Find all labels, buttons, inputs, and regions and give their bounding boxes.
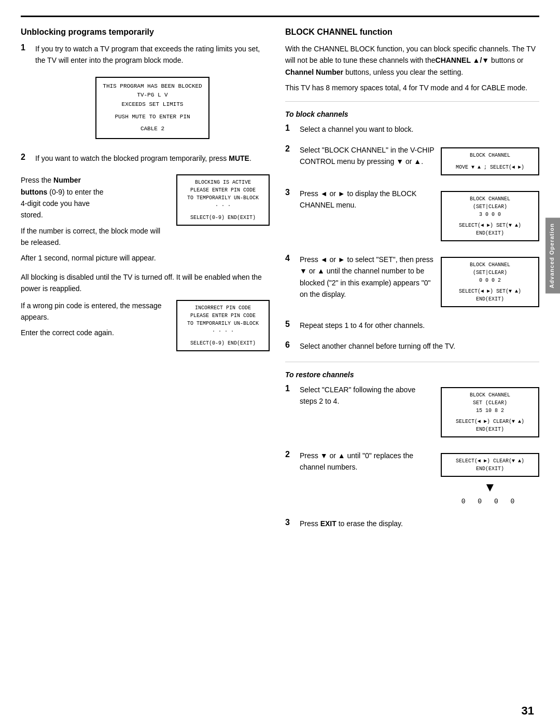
left-step-2: 2 If you want to watch the blocked progr…	[21, 153, 270, 166]
wrong-line6: SELECT(0-9) END(EXIT)	[183, 339, 263, 347]
step-2-number: 2	[21, 153, 29, 166]
top-border	[21, 16, 539, 17]
number-bold: Number	[53, 176, 81, 184]
block-step-5-text: Repeat steps 1 to 4 for other channels.	[300, 320, 539, 331]
step-1-body: If you try to watch a TV program that ex…	[35, 43, 270, 144]
block-step-4-screen: BLOCK CHANNEL (SET|CLEAR) 0 0 0 2 SELECT…	[441, 254, 539, 310]
left-column: Unblocking programs temporarily 1 If you…	[21, 28, 270, 539]
block-step-2-num: 2	[285, 144, 293, 154]
to-restore-heading: To restore channels	[285, 370, 539, 379]
block-step-4-num: 4	[285, 254, 293, 263]
left-step-1: 1 If you try to watch a TV program that …	[21, 43, 270, 144]
block-step-3-screen: BLOCK CHANNEL (SET|CLEAR) 3 0 0 0 SELECT…	[441, 188, 539, 244]
screen-line7: CABLE 2	[103, 125, 202, 134]
block-step-2-text: Select "BLOCK CHANNEL" in the V-CHIP CON…	[300, 144, 435, 168]
block-step-6: 6 Select another channel before turning …	[285, 340, 539, 352]
step-1-text: If you try to watch a TV program that ex…	[35, 43, 270, 66]
bs3-line5: SELECT(◄ ►) SET(▼ ▲)	[447, 222, 533, 229]
restore-step-3-text: Press EXIT to erase the display.	[300, 518, 539, 529]
step-2-inline-text: Press the Number buttons (0-9) to enter …	[21, 174, 168, 264]
block-step-2: 2 Select "BLOCK CHANNEL" in the V-CHIP C…	[285, 144, 539, 178]
screen-blocked: THIS PROGRAM HAS BEEN BLOCKED TV-PG L V …	[95, 77, 209, 139]
restore-step-1-text: Select "CLEAR" following the above steps…	[300, 384, 435, 407]
exit-bold: EXIT	[320, 519, 337, 528]
block-step-4-text: Press ◄ or ► to select "SET", then press…	[300, 254, 435, 300]
rs1-line3: 15 10 8 2	[447, 407, 533, 415]
right-section-title: BLOCK CHANNEL function	[285, 28, 539, 37]
main-content: Unblocking programs temporarily 1 If you…	[21, 28, 539, 539]
page-container: Unblocking programs temporarily 1 If you…	[0, 0, 560, 728]
block-step-2-screen: BLOCK CHANNEL MOVE ▼ ▲ ; SELECT(◄ ►)	[441, 144, 539, 178]
wrong-line2: PLEASE ENTER PIN CODE	[183, 312, 263, 320]
wrong-line3: TO TEMPORARILY UN-BLOCK	[183, 320, 263, 327]
restore-step-2: 2 Press ▼ or ▲ until "0" replaces the ch…	[285, 450, 539, 509]
restore-step-1: 1 Select "CLEAR" following the above ste…	[285, 384, 539, 441]
screen-block-channel-1: BLOCK CHANNEL MOVE ▼ ▲ ; SELECT(◄ ►)	[441, 147, 539, 175]
block-step-3-num: 3	[285, 188, 293, 197]
bs4-line1: BLOCK CHANNEL	[447, 261, 533, 269]
block-step-1-num: 1	[285, 123, 293, 133]
rs1-line6: END(EXIT)	[447, 425, 533, 433]
bs3-line6: END(EXIT)	[447, 229, 533, 237]
block-step-6-num: 6	[285, 340, 293, 350]
left-section-title: Unblocking programs temporarily	[21, 28, 270, 37]
screen-restore-2: SELECT(◄ ►) CLEAR(▼ ▲) END(EXIT)	[441, 453, 539, 477]
block-step-4: 4 Press ◄ or ► to select "SET", then pre…	[285, 254, 539, 310]
screen-line2: TV-PG L V	[103, 91, 202, 100]
screen-line1: THIS PROGRAM HAS BEEN BLOCKED	[103, 82, 202, 91]
block-step-1: 1 Select a channel you want to block.	[285, 123, 539, 135]
to-block-heading: To block channels	[285, 110, 539, 118]
screen-restore-1: BLOCK CHANNEL SET (CLEAR) 15 10 8 2 SELE…	[441, 387, 539, 437]
rs2-line1: SELECT(◄ ►) CLEAR(▼ ▲)	[447, 457, 533, 465]
screen-block-channel-3: BLOCK CHANNEL (SET|CLEAR) 0 0 0 2 SELECT…	[441, 257, 539, 307]
pin-line4: · · ·	[183, 202, 263, 210]
screen-wrong-pin: INCORRECT PIN CODE PLEASE ENTER PIN CODE…	[176, 300, 270, 351]
screen-block-channel-2: BLOCK CHANNEL (SET|CLEAR) 3 0 0 0 SELECT…	[441, 191, 539, 241]
bs2-line3: MOVE ▼ ▲ ; SELECT(◄ ►)	[447, 163, 533, 171]
right-intro2: This TV has 8 memory spaces total, 4 for…	[285, 82, 539, 93]
pin-line3: TO TEMPORARILY UN-BLOCK	[183, 194, 263, 202]
pin-line2: PLEASE ENTER PIN CODE	[183, 186, 263, 194]
restore-step-1-screen: BLOCK CHANNEL SET (CLEAR) 15 10 8 2 SELE…	[441, 384, 539, 441]
block-step-3: 3 Press ◄ or ► to display the BLOCK CHAN…	[285, 188, 539, 244]
pin-line6: SELECT(0-9) END(EXIT)	[183, 214, 263, 222]
wrong-pin-section: If a wrong pin code is entered, the mess…	[21, 300, 270, 351]
four-zeros: 0 0 0 0	[441, 498, 539, 505]
block-step-1-text: Select a channel you want to block.	[300, 123, 539, 135]
divider-1	[285, 101, 539, 102]
block-step-6-text: Select another channel before turning of…	[300, 340, 539, 352]
step-2-body: If you want to watch the blocked program…	[35, 153, 270, 166]
screen-pin-entry: BLOCKING IS ACTIVE PLEASE ENTER PIN CODE…	[176, 174, 270, 226]
step-2-intro: If you want to watch the blocked program…	[35, 153, 270, 164]
rs1-line5: SELECT(◄ ►) CLEAR(▼ ▲)	[447, 418, 533, 425]
block-step-5: 5 Repeat steps 1 to 4 for other channels…	[285, 320, 539, 331]
rs2-line2: END(EXIT)	[447, 465, 533, 473]
page-number: 31	[522, 704, 534, 718]
block-step-3-text: Press ◄ or ► to display the BLOCK CHANNE…	[300, 188, 435, 211]
buttons-bold: buttons	[21, 188, 47, 196]
wrong-line1: INCORRECT PIN CODE	[183, 304, 263, 312]
block-step-5-num: 5	[285, 320, 293, 329]
blocking-note: All blocking is disabled until the TV is…	[21, 271, 270, 295]
right-column: BLOCK CHANNEL function With the CHANNEL …	[285, 28, 539, 539]
side-tab: Advanced Operation	[545, 218, 560, 294]
bs2-line1: BLOCK CHANNEL	[447, 152, 533, 159]
step-1-number: 1	[21, 43, 29, 144]
rs1-line2: SET (CLEAR)	[447, 399, 533, 407]
mute-bold: MUTE	[229, 154, 249, 162]
arrow-down: ▼	[441, 480, 539, 495]
bs4-line6: END(EXIT)	[447, 295, 533, 303]
bs3-line2: (SET|CLEAR)	[447, 203, 533, 211]
restore-step-2-num: 2	[285, 450, 293, 459]
wrong-pin-text: If a wrong pin code is entered, the mess…	[21, 300, 168, 339]
bs4-line5: SELECT(◄ ►) SET(▼ ▲)	[447, 287, 533, 295]
restore-step-2-text: Press ▼ or ▲ until "0" replaces the chan…	[300, 450, 435, 473]
rs1-line1: BLOCK CHANNEL	[447, 391, 533, 399]
screen-line3: EXCEEDS SET LIMITS	[103, 100, 202, 109]
bs4-line3: 0 0 0 2	[447, 277, 533, 284]
wrong-line4: · · · ·	[183, 327, 263, 335]
divider-2	[285, 362, 539, 362]
restore-step-1-num: 1	[285, 384, 293, 393]
restore-step-3-num: 3	[285, 518, 293, 527]
bs4-line2: (SET|CLEAR)	[447, 269, 533, 277]
